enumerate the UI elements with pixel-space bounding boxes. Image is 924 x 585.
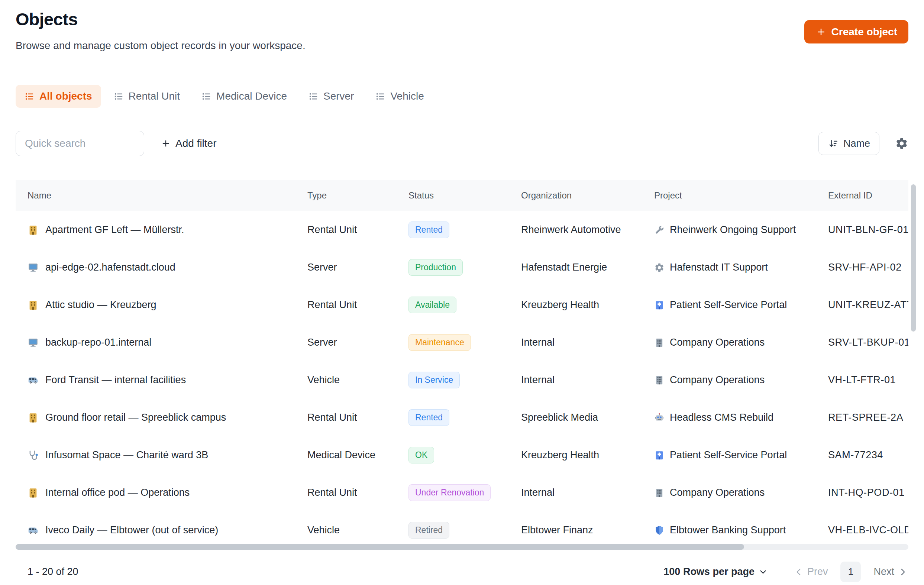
server-icon <box>28 262 39 273</box>
gear-icon <box>895 137 908 150</box>
list-icon <box>201 91 211 102</box>
organization: Kreuzberg Health <box>509 449 642 461</box>
organization: Internal <box>509 337 642 348</box>
hospital-icon <box>654 300 665 310</box>
object-name: Iveco Daily — Elbtower (out of service) <box>45 524 218 536</box>
list-icon <box>309 91 318 102</box>
prev-page-button[interactable]: Prev <box>794 566 828 578</box>
header-divider <box>0 72 924 72</box>
current-page[interactable]: 1 <box>840 562 861 582</box>
table-row[interactable]: Ground floor retail — Spreeblick campus … <box>16 399 908 436</box>
chevron-left-icon <box>794 567 804 577</box>
column-header-type[interactable]: Type <box>295 190 397 201</box>
column-header-organization[interactable]: Organization <box>509 190 642 201</box>
next-page-button[interactable]: Next <box>873 566 908 578</box>
chevron-down-icon <box>758 567 768 577</box>
status-badge: Under Renovation <box>409 484 491 501</box>
horizontal-scrollbar-thumb[interactable] <box>16 544 744 550</box>
tab-medical-device[interactable]: Medical Device <box>193 85 296 108</box>
external-id: RET-SPREE-2A <box>816 412 908 424</box>
table-row[interactable]: Ford Transit — internal facilities Vehic… <box>16 361 908 399</box>
building-icon <box>28 412 39 424</box>
column-header-project[interactable]: Project <box>642 190 816 201</box>
tab-label: All objects <box>40 90 92 102</box>
organization: Elbtower Finanz <box>509 524 642 536</box>
object-type: Server <box>295 337 397 348</box>
table-row[interactable]: Internal office pod — Operations Rental … <box>16 474 908 511</box>
pagination-controls: 100 Rows per page Prev 1 Next <box>663 562 908 582</box>
vertical-scrollbar[interactable] <box>911 185 916 331</box>
project-name: Rheinwerk Ongoing Support <box>670 224 796 236</box>
sort-label: Name <box>843 138 870 149</box>
object-type: Rental Unit <box>295 412 397 424</box>
organization: Spreeblick Media <box>509 412 642 424</box>
objects-table: Name Type Status Organization Project Ex… <box>16 180 908 549</box>
tab-rental-unit[interactable]: Rental Unit <box>105 85 189 108</box>
project-name: Headless CMS Rebuild <box>670 412 774 424</box>
chevron-right-icon <box>898 567 908 577</box>
table-row[interactable]: Infusomat Space — Charité ward 3B Medica… <box>16 436 908 474</box>
status-badge: OK <box>409 447 434 463</box>
tab-label: Medical Device <box>216 90 287 102</box>
status-badge: Rented <box>409 409 449 426</box>
column-header-name[interactable]: Name <box>16 190 295 201</box>
wrench-icon <box>654 225 665 235</box>
organization: Internal <box>509 374 642 386</box>
create-object-button[interactable]: Create object <box>804 20 908 43</box>
search-input[interactable] <box>16 131 144 156</box>
page-heading-block: Objects Browse and manage custom object … <box>16 9 305 52</box>
table-settings-button[interactable] <box>895 137 908 150</box>
robot-icon <box>654 412 665 423</box>
project-name: Company Operations <box>670 374 764 386</box>
object-type: Vehicle <box>295 524 397 536</box>
organization: Kreuzberg Health <box>509 299 642 311</box>
rows-per-page-button[interactable]: 100 Rows per page <box>663 566 768 578</box>
object-name: Ground floor retail — Spreeblick campus <box>45 412 226 424</box>
office-building-icon <box>654 375 665 386</box>
object-name: Infusomat Space — Charité ward 3B <box>45 449 208 461</box>
external-id: INT-HQ-POD-01 <box>816 487 908 498</box>
horizontal-scrollbar[interactable] <box>16 544 908 550</box>
list-icon <box>25 91 35 102</box>
page-subtitle: Browse and manage custom object records … <box>16 40 305 52</box>
column-header-status[interactable]: Status <box>397 190 509 201</box>
building-icon <box>28 224 39 236</box>
tab-vehicle[interactable]: Vehicle <box>366 85 432 108</box>
plus-icon <box>160 138 171 149</box>
tab-server[interactable]: Server <box>300 85 363 108</box>
hospital-icon <box>654 450 665 460</box>
tab-all-objects[interactable]: All objects <box>16 85 101 108</box>
object-type: Server <box>295 262 397 273</box>
table-row[interactable]: backup-repo-01.internal Server Maintenan… <box>16 324 908 361</box>
object-type: Vehicle <box>295 374 397 386</box>
add-filter-button[interactable]: Add filter <box>160 137 217 149</box>
status-badge: Production <box>409 259 463 276</box>
rows-per-page-label: 100 Rows per page <box>663 566 754 578</box>
gear-icon <box>654 262 665 273</box>
organization: Internal <box>509 487 642 498</box>
sort-button[interactable]: Name <box>818 132 879 155</box>
status-badge: In Service <box>409 372 460 388</box>
table-row[interactable]: Attic studio — Kreuzberg Rental Unit Ava… <box>16 286 908 324</box>
van-icon <box>28 375 39 386</box>
table-row[interactable]: Iveco Daily — Elbtower (out of service) … <box>16 511 908 549</box>
project-name: Elbtower Banking Support <box>670 524 786 536</box>
object-name: api-edge-02.hafenstadt.cloud <box>45 262 175 273</box>
create-object-label: Create object <box>832 26 897 38</box>
list-icon <box>375 91 385 102</box>
organization: Hafenstadt Energie <box>509 262 642 273</box>
status-badge: Maintenance <box>409 334 471 351</box>
table-row[interactable]: Apartment GF Left — Müllerstr. Rental Un… <box>16 211 908 249</box>
tab-label: Vehicle <box>390 90 424 102</box>
plus-icon <box>815 26 827 38</box>
object-name: Attic studio — Kreuzberg <box>45 299 157 311</box>
project-name: Hafenstadt IT Support <box>670 262 768 273</box>
page-header: Objects Browse and manage custom object … <box>16 0 908 52</box>
column-header-external-id[interactable]: External ID <box>816 190 908 201</box>
page-title: Objects <box>16 9 305 30</box>
external-id: SAM-77234 <box>816 449 908 461</box>
table-row[interactable]: api-edge-02.hafenstadt.cloud Server Prod… <box>16 249 908 286</box>
add-filter-label: Add filter <box>175 137 217 149</box>
row-range: 1 - 20 of 20 <box>28 566 78 578</box>
external-id: SRV-HF-API-02 <box>816 262 908 273</box>
